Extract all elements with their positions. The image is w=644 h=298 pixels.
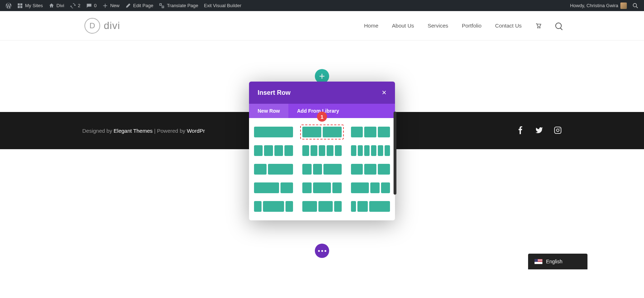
- logo-icon: D: [84, 18, 100, 34]
- footer-social: [517, 126, 562, 135]
- language-switcher[interactable]: English: [528, 254, 587, 269]
- comments-count: 0: [94, 3, 97, 8]
- updates-count: 2: [78, 3, 80, 8]
- facebook-icon[interactable]: [517, 126, 525, 135]
- insert-row-modal: Insert Row × New Row Add From Library: [249, 82, 395, 220]
- howdy-link[interactable]: Howdy, Christina Gwira: [567, 0, 630, 11]
- nav-services[interactable]: Services: [428, 23, 448, 29]
- adminbar-search[interactable]: [630, 0, 641, 11]
- column-layout-option[interactable]: [254, 164, 293, 175]
- avatar: [620, 3, 627, 9]
- translate-page-label: Translate Page: [167, 3, 198, 8]
- footer-platform-link[interactable]: WordPr: [187, 128, 205, 134]
- footer-credits: Designed by Elegant Themes | Powered by …: [82, 128, 205, 134]
- modal-body: [249, 118, 395, 220]
- instagram-icon[interactable]: [554, 126, 562, 135]
- column-layout-option[interactable]: [351, 164, 390, 175]
- updates-link[interactable]: 2: [67, 0, 83, 11]
- wp-admin-bar: My Sites Divi 2 0 New Edit Page Translat…: [0, 0, 644, 11]
- plus-icon: [102, 3, 108, 9]
- column-layout-option[interactable]: [302, 145, 341, 156]
- new-link[interactable]: New: [99, 0, 122, 11]
- my-sites-label: My Sites: [25, 3, 43, 8]
- close-icon[interactable]: ×: [382, 88, 386, 97]
- site-header: D divi Home About Us Services Portfolio …: [0, 11, 644, 40]
- twitter-icon[interactable]: [535, 126, 543, 135]
- column-layout-option[interactable]: [302, 164, 341, 175]
- svg-point-0: [633, 3, 637, 7]
- column-layout-option[interactable]: [302, 182, 341, 193]
- svg-point-1: [537, 27, 538, 28]
- howdy-label: Howdy, Christina Gwira: [570, 3, 618, 8]
- edit-page-label: Edit Page: [133, 3, 153, 8]
- main-nav: Home About Us Services Portfolio Contact…: [364, 23, 562, 29]
- comments-link[interactable]: 0: [83, 0, 99, 11]
- column-layout-option[interactable]: [302, 201, 341, 212]
- annotation-badge: 1: [317, 112, 327, 122]
- pencil-icon: [125, 3, 131, 9]
- column-layout-option[interactable]: [351, 145, 390, 156]
- column-layout-option[interactable]: [351, 182, 390, 193]
- builder-settings-button[interactable]: [315, 244, 329, 258]
- wordpress-icon: [6, 3, 11, 9]
- column-layout-grid: [254, 127, 390, 212]
- sites-icon: [17, 3, 23, 9]
- edit-page-link[interactable]: Edit Page: [122, 0, 156, 11]
- update-icon: [70, 3, 76, 9]
- add-section-button[interactable]: +: [315, 69, 329, 83]
- svg-point-2: [540, 27, 540, 28]
- column-layout-option[interactable]: [254, 182, 293, 193]
- exit-vb-label: Exit Visual Builder: [204, 3, 241, 8]
- svg-point-5: [559, 128, 560, 128]
- my-sites-link[interactable]: My Sites: [14, 0, 46, 11]
- nav-portfolio[interactable]: Portfolio: [462, 23, 482, 29]
- site-name-label: Divi: [57, 3, 64, 8]
- logo-text: divi: [104, 20, 120, 31]
- translate-page-link[interactable]: Translate Page: [156, 0, 201, 11]
- column-layout-option[interactable]: [300, 124, 343, 140]
- exit-vb-link[interactable]: Exit Visual Builder: [201, 0, 244, 11]
- svg-rect-3: [555, 127, 561, 133]
- home-icon: [49, 3, 54, 9]
- nav-contact[interactable]: Contact Us: [495, 23, 522, 29]
- wp-logo[interactable]: [3, 0, 14, 11]
- column-layout-option[interactable]: [351, 127, 390, 137]
- comment-icon: [86, 3, 92, 9]
- modal-title: Insert Row: [258, 89, 291, 97]
- site-name-link[interactable]: Divi: [46, 0, 67, 11]
- search-icon[interactable]: [555, 23, 562, 29]
- tab-new-row[interactable]: New Row: [249, 104, 288, 118]
- translate-icon: [159, 3, 165, 9]
- new-label: New: [110, 3, 119, 8]
- nav-home[interactable]: Home: [364, 23, 379, 29]
- column-layout-option[interactable]: [254, 201, 293, 212]
- column-layout-option[interactable]: [254, 127, 293, 137]
- column-layout-option[interactable]: [351, 201, 390, 212]
- site-logo[interactable]: D divi: [84, 18, 120, 34]
- svg-point-4: [556, 129, 559, 131]
- modal-scrollbar[interactable]: [394, 112, 396, 195]
- us-flag-icon: [535, 259, 542, 264]
- footer-theme-link[interactable]: Elegant Themes: [114, 128, 153, 134]
- modal-header: Insert Row ×: [249, 82, 395, 104]
- search-icon: [633, 3, 638, 9]
- language-label: English: [546, 259, 562, 264]
- cart-icon[interactable]: [535, 23, 542, 29]
- nav-about[interactable]: About Us: [392, 23, 414, 29]
- column-layout-option[interactable]: [254, 145, 293, 156]
